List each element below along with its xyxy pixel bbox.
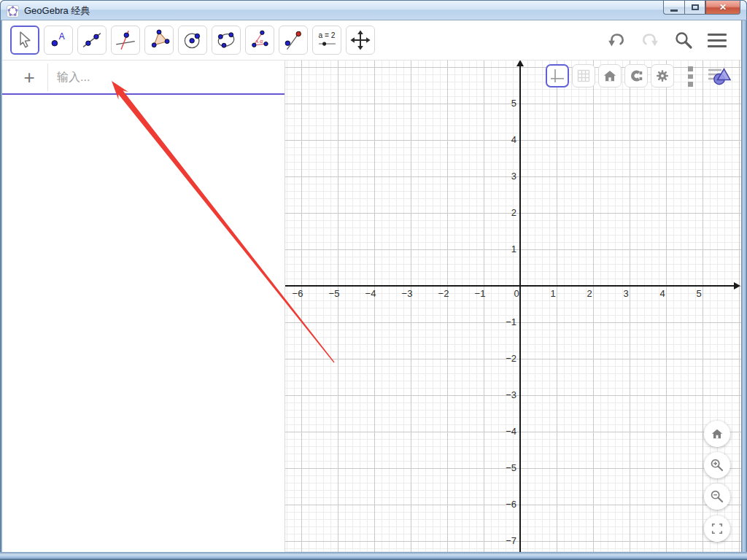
graphics-view[interactable]: −6−5−4−3−2−1012345 54321−1−2−3−4−5−6−7 <box>285 61 741 552</box>
svg-text:α: α <box>260 37 263 44</box>
x-axis <box>285 285 736 287</box>
axes-icon <box>549 67 566 85</box>
y-axis-tick-label: −2 <box>487 353 516 364</box>
title-bar[interactable]: GeoGebra 经典 ✕ <box>0 0 747 20</box>
search-icon <box>673 29 694 51</box>
zoom-out-button[interactable] <box>704 483 730 510</box>
gear-icon <box>654 67 671 85</box>
search-button[interactable] <box>673 29 694 51</box>
more-options-button[interactable] <box>686 66 694 87</box>
main-menu-button[interactable] <box>706 29 728 51</box>
close-button[interactable]: ✕ <box>705 1 740 15</box>
pan-icon <box>348 28 373 52</box>
home-view-button[interactable] <box>704 421 730 447</box>
perpendicular-line-icon <box>113 28 138 52</box>
kebab-icon <box>688 66 693 71</box>
y-axis-tick-label: 1 <box>487 244 516 254</box>
point-tool-button[interactable]: A <box>44 26 73 55</box>
ellipse-icon <box>214 28 239 52</box>
hamburger-menu-icon <box>708 34 727 47</box>
stylebar-objects-icon <box>707 65 732 87</box>
snap-to-grid-button[interactable] <box>624 64 648 88</box>
svg-text:a = 2: a = 2 <box>319 31 336 39</box>
y-axis-tick-label: 5 <box>487 98 516 109</box>
zoom-in-button[interactable] <box>704 452 730 478</box>
maximize-button[interactable] <box>684 1 705 15</box>
slider-tool-button[interactable]: a = 2 <box>312 26 341 55</box>
settings-button[interactable] <box>651 64 674 88</box>
line-tool-button[interactable] <box>77 26 107 55</box>
y-axis-arrow <box>516 61 524 66</box>
reflect-about-line-tool-button[interactable] <box>279 26 308 55</box>
minimize-button[interactable] <box>663 1 684 15</box>
zoom-out-icon <box>709 489 725 505</box>
polygon-icon <box>147 28 171 52</box>
circle-center-point-tool-button[interactable] <box>178 26 207 55</box>
y-axis-tick-label: −6 <box>487 499 516 510</box>
close-icon: ✕ <box>719 2 727 12</box>
x-axis-tick-label: 5 <box>673 288 724 299</box>
fullscreen-button[interactable] <box>704 516 730 542</box>
magnet-icon <box>627 67 645 85</box>
point-icon: A <box>46 28 71 52</box>
geogebra-window: GeoGebra 经典 ✕ A <box>0 0 747 560</box>
stylebar-toggle-button[interactable] <box>707 65 732 87</box>
window-border-bottom <box>0 552 747 560</box>
redo-button[interactable] <box>639 29 661 51</box>
perpendicular-line-tool-button[interactable] <box>111 26 140 55</box>
y-axis-tick-label: −5 <box>487 462 516 473</box>
geogebra-logo-icon <box>7 5 19 18</box>
ellipse-tool-button[interactable] <box>212 26 241 55</box>
algebra-input[interactable] <box>57 65 276 90</box>
app-content: A <box>2 20 741 552</box>
angle-icon: α <box>247 28 272 52</box>
input-divider <box>47 63 48 91</box>
home-icon <box>601 67 619 85</box>
undo-icon <box>606 30 627 50</box>
y-axis-tick-label: −1 <box>487 316 516 327</box>
fullscreen-icon <box>710 521 724 536</box>
home-icon <box>710 427 724 441</box>
x-axis-arrow <box>734 282 740 289</box>
toggle-grid-button[interactable] <box>572 64 595 88</box>
y-axis-tick-label: 3 <box>487 171 516 182</box>
grid-icon <box>575 67 592 85</box>
angle-tool-button[interactable]: α <box>245 26 274 55</box>
zoom-in-icon <box>709 457 725 473</box>
minimize-icon <box>670 9 678 12</box>
reflect-icon <box>281 28 306 52</box>
toolbar: A <box>2 20 741 61</box>
algebra-input-row: + <box>2 61 285 95</box>
maximize-icon <box>692 4 699 10</box>
y-axis <box>519 65 521 552</box>
line-icon <box>80 28 104 52</box>
tool-buttons: A <box>10 26 375 55</box>
window-border-right <box>741 20 747 560</box>
y-axis-tick-label: 4 <box>487 134 516 145</box>
y-axis-tick-label: 2 <box>487 207 516 218</box>
circle-center-point-icon <box>180 28 205 52</box>
slider-icon: a = 2 <box>314 28 339 52</box>
y-axis-tick-label: −3 <box>487 389 516 400</box>
polygon-tool-button[interactable] <box>144 26 174 55</box>
move-tool-button[interactable] <box>10 26 39 55</box>
move-graphics-view-tool-button[interactable] <box>346 26 375 55</box>
undo-button[interactable] <box>605 29 627 51</box>
graphics-stylebar <box>546 64 674 88</box>
cursor-icon <box>12 28 37 52</box>
standard-view-button[interactable] <box>598 64 622 88</box>
window-title: GeoGebra 经典 <box>24 4 90 18</box>
y-axis-tick-label: −7 <box>487 535 516 546</box>
svg-text:A: A <box>59 31 65 42</box>
redo-icon <box>640 30 660 50</box>
add-input-button[interactable]: + <box>17 65 42 90</box>
y-axis-tick-label: −4 <box>487 426 516 437</box>
toggle-axes-button[interactable] <box>546 64 569 88</box>
algebra-view-panel: + <box>2 61 285 552</box>
